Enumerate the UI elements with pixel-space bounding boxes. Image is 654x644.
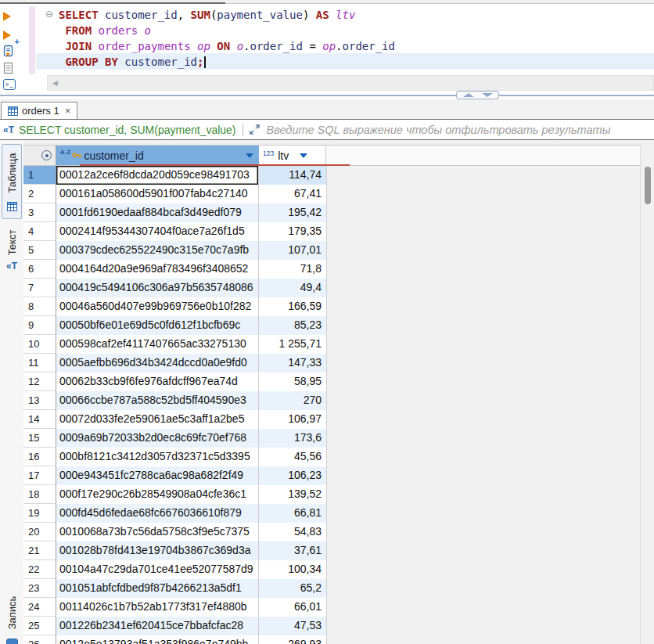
cell-customer-id[interactable]: 000598caf2ef4117407665ac33275130 (56, 335, 259, 354)
cell-customer-id[interactable]: 000161a058600d5901f007fab4c27140 (56, 185, 259, 203)
collapse-up-icon[interactable] (463, 93, 474, 97)
sql-console-icon[interactable]: >_ (3, 79, 20, 90)
row-number-cell[interactable]: 5 (23, 241, 56, 260)
row-number-cell[interactable]: 20 (23, 523, 56, 541)
sql-editor[interactable]: + >_ ⊖ SELECT customer_id, SUM(payment_v… (0, 4, 654, 75)
row-number-cell[interactable]: 6 (23, 260, 56, 279)
row-number-cell[interactable]: 24 (23, 598, 56, 617)
cell-customer-id[interactable]: 001028b78fd413e19704b3867c369d3a (56, 541, 259, 560)
cell-ltv[interactable]: 195,42 (259, 203, 327, 222)
row-number-cell[interactable]: 18 (23, 485, 56, 504)
row-number-cell[interactable]: 8 (23, 297, 56, 316)
expand-filter-icon[interactable] (249, 124, 261, 135)
cell-ltv[interactable]: 107,01 (259, 241, 327, 260)
cell-customer-id[interactable]: 0012e5e13793af51a353f986e7e749bb (56, 635, 259, 644)
row-number-cell[interactable]: 23 (23, 579, 56, 598)
filter-dropdown-icon[interactable] (300, 153, 307, 158)
cell-ltv[interactable]: 66,01 (259, 598, 327, 617)
row-number-cell[interactable]: 2 (23, 185, 56, 203)
side-tab-text[interactable]: Текст «T (2, 224, 22, 275)
row-number-cell[interactable]: 10 (23, 335, 56, 354)
sql-line[interactable]: FROM orders o (59, 23, 653, 38)
execute-new-tab-icon[interactable]: + (3, 28, 20, 42)
grid-corner-header[interactable] (23, 145, 56, 166)
grid-vscrollbar[interactable] (640, 145, 654, 644)
cell-ltv[interactable]: 270 (259, 391, 327, 410)
cell-ltv[interactable]: 85,23 (259, 316, 327, 335)
cell-customer-id[interactable]: 00104a47c29da701ce41ee52077587d9 (56, 560, 259, 579)
cell-customer-id[interactable]: 00050bf6e01e69d5c0fd612f1bcfb69c (56, 316, 259, 335)
row-number-cell[interactable]: 9 (23, 316, 56, 335)
cell-ltv[interactable]: 269,93 (259, 635, 327, 644)
sql-line[interactable]: GROUP BY customer_id; (59, 54, 653, 70)
cell-customer-id[interactable]: 00012a2ce6f8dcda20d059ce98491703 (56, 166, 259, 185)
collapse-down-icon[interactable] (482, 93, 493, 97)
cell-customer-id[interactable]: 0001fd6190edaaf884bcaf3d49edf079 (56, 203, 259, 222)
row-number-cell[interactable]: 25 (23, 617, 56, 635)
sql-line[interactable]: SELECT customer_id, SUM(payment_value) A… (59, 7, 653, 23)
cell-customer-id[interactable]: 0002414f95344307404f0ace7a26f1d5 (56, 222, 259, 241)
cell-ltv[interactable]: 179,35 (259, 222, 327, 241)
cell-ltv[interactable]: 71,8 (259, 260, 327, 279)
filter-dropdown-icon[interactable] (246, 153, 253, 158)
results-tab-orders[interactable]: orders 1 × (1, 102, 77, 119)
cell-customer-id[interactable]: 000bf8121c3412d3057d32371c5d3395 (56, 448, 259, 466)
close-icon[interactable]: × (65, 105, 71, 117)
cell-customer-id[interactable]: 001226b2341ef620415ce7bbafcfac28 (56, 617, 259, 635)
cell-ltv[interactable]: 37,61 (259, 541, 327, 560)
cell-ltv[interactable]: 147,33 (259, 354, 327, 372)
row-number-cell[interactable]: 15 (23, 429, 56, 448)
row-number-cell[interactable]: 19 (23, 504, 56, 523)
cell-customer-id[interactable]: 00062b33cb9f6fe976afdcff967ea74d (56, 372, 259, 391)
explain-plan-icon[interactable] (3, 62, 20, 74)
splitter-collapse-control[interactable] (456, 91, 499, 99)
row-number-cell[interactable]: 17 (23, 466, 56, 485)
cell-customer-id[interactable]: 000f17e290c26b28549908a04cfe36c1 (56, 485, 259, 504)
column-header-ltv[interactable]: 123 ltv (259, 145, 326, 166)
row-number-cell[interactable]: 22 (23, 560, 56, 579)
cell-ltv[interactable]: 67,41 (259, 185, 327, 203)
cell-customer-id[interactable]: 000379cdec625522490c315e70c7a9fb (56, 241, 259, 260)
cell-ltv[interactable]: 173,6 (259, 429, 327, 448)
cell-ltv[interactable]: 65,2 (259, 579, 327, 598)
fold-collapse-icon[interactable]: ⊖ (45, 9, 53, 20)
execute-statement-icon[interactable] (3, 9, 20, 23)
row-number-cell[interactable]: 11 (23, 354, 56, 372)
editor-hscrollbar[interactable]: ◀ (47, 75, 654, 91)
row-number-cell[interactable]: 12 (23, 372, 56, 391)
sql-line[interactable]: JOIN order_payments op ON o.order_id = o… (59, 38, 653, 54)
cell-customer-id[interactable]: 00046a560d407e99b969756e0b10f282 (56, 297, 259, 316)
row-number-cell[interactable]: 1 (23, 166, 56, 185)
row-number-cell[interactable]: 21 (23, 541, 56, 560)
side-tab-table[interactable]: Таблица (2, 144, 22, 219)
column-header-customer-id[interactable]: A-Z customer_id (56, 145, 259, 166)
cell-ltv[interactable]: 106,97 (259, 410, 327, 429)
cell-ltv[interactable]: 49,4 (259, 279, 327, 297)
cell-ltv[interactable]: 47,53 (259, 617, 327, 635)
cell-ltv[interactable]: 58,95 (259, 372, 327, 391)
execute-script-icon[interactable] (3, 45, 20, 57)
cell-ltv[interactable]: 66,81 (259, 504, 327, 523)
cell-customer-id[interactable]: 0004164d20a9e969af783496f3408652 (56, 260, 259, 279)
cell-ltv[interactable]: 100,34 (259, 560, 327, 579)
scroll-left-icon[interactable]: ◀ (52, 79, 58, 87)
cell-ltv[interactable]: 54,83 (259, 523, 327, 541)
row-number-cell[interactable]: 7 (23, 279, 56, 297)
cell-ltv[interactable]: 45,56 (259, 448, 327, 466)
scrollbar-thumb[interactable] (645, 167, 651, 204)
row-number-cell[interactable]: 13 (23, 391, 56, 410)
cell-customer-id[interactable]: 0009a69b72033b2d0ec8c69fc70ef768 (56, 429, 259, 448)
cell-ltv[interactable]: 139,52 (259, 485, 327, 504)
row-number-cell[interactable]: 26 (23, 635, 56, 644)
cell-customer-id[interactable]: 00066ccbe787a588c52bd5ff404590e3 (56, 391, 259, 410)
row-number-cell[interactable]: 16 (23, 448, 56, 466)
row-number-cell[interactable]: 14 (23, 410, 56, 429)
row-number-cell[interactable]: 3 (23, 203, 56, 222)
cell-customer-id[interactable]: 000419c5494106c306a97b5635748086 (56, 279, 259, 297)
splitter-line[interactable] (0, 95, 654, 96)
cell-ltv[interactable]: 1 255,71 (259, 335, 327, 354)
cell-customer-id[interactable]: 0010068a73b7c56da5758c3f9e5c7375 (56, 523, 259, 541)
cell-ltv[interactable]: 166,59 (259, 297, 327, 316)
side-tab-record[interactable]: Запись (2, 587, 22, 644)
filter-query-text[interactable]: SELECT customer_id, SUM(payment_value) (19, 124, 236, 136)
